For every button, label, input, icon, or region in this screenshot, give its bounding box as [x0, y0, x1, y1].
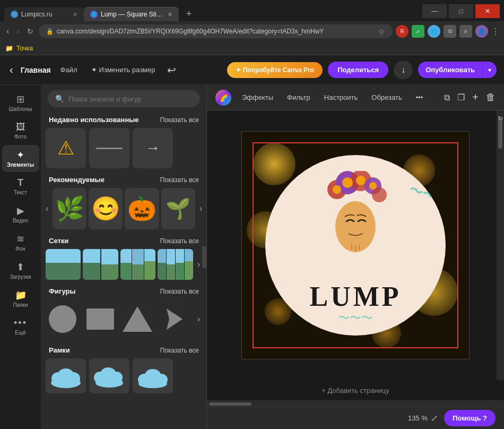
section-title-recent: Недавно использованные	[49, 116, 139, 124]
canvas-filter-btn[interactable]: Фильтр	[284, 91, 314, 104]
shapes-right-arrow[interactable]: ›	[195, 312, 202, 326]
shape-item-triangle[interactable]	[120, 299, 154, 339]
panel-collapse-btn[interactable]: ‹	[202, 246, 207, 268]
tab-close-lumpics[interactable]: ✕	[73, 11, 77, 18]
rec-right-arrow[interactable]: ›	[197, 202, 204, 216]
toolbar-undo-btn[interactable]: ↩	[165, 62, 178, 79]
help-btn[interactable]: Помощь ?	[444, 410, 496, 426]
rec-item-pumpkin[interactable]: 🎃	[125, 188, 159, 229]
pumpkin-icon: 🎃	[127, 195, 157, 222]
folders-label: Папки	[13, 302, 28, 308]
rec-item-plant[interactable]: 🌱	[161, 188, 195, 229]
ext-icon-5[interactable]: ≡	[459, 25, 472, 38]
canvas-scroll-area[interactable]: ↻	[207, 110, 504, 380]
canvas-settings-btn[interactable]: Настроить	[321, 91, 361, 104]
warning-triangle-icon: ⚠	[57, 137, 74, 159]
publish-btn[interactable]: Опубликовать	[418, 62, 483, 78]
sidebar-item-more[interactable]: ••• Ещё	[2, 313, 39, 340]
tab-close-canva[interactable]: ✕	[168, 11, 172, 18]
more-label: Ещё	[15, 330, 25, 336]
recent-item-arrow[interactable]: →	[133, 128, 173, 168]
toolbar-resize-btn[interactable]: ✦ Изменить размер	[87, 64, 160, 76]
sidebar-item-templates[interactable]: ⊞ Шаблоны	[2, 89, 39, 116]
sidebar-item-bg[interactable]: ≋ Фон	[2, 229, 39, 256]
ext-icon-1[interactable]: R	[396, 25, 409, 38]
share-btn[interactable]: Поделиться	[328, 62, 388, 78]
canvas-crop-btn[interactable]: Обрезать	[368, 91, 405, 104]
nav-forward[interactable]: ›	[14, 25, 21, 37]
scrollbar-bottom[interactable]	[207, 400, 504, 407]
grid-item-4[interactable]	[158, 249, 193, 280]
bookmark-label[interactable]: Точка	[16, 45, 33, 52]
menu-icon[interactable]: ⋮	[491, 27, 500, 37]
scrollbar-right[interactable]: ↻	[497, 110, 504, 380]
sidebar-item-video[interactable]: ▶ Видео	[2, 201, 39, 228]
show-all-recent[interactable]: Показать все	[160, 116, 199, 124]
add-page-btn[interactable]: + Добавить страницу	[321, 387, 389, 394]
show-all-shapes[interactable]: Показать все	[160, 288, 199, 295]
toolbar-back-btn[interactable]: ‹	[7, 62, 15, 78]
sticker-canvas[interactable]: 〜〜 LUMP 〜〜〜	[241, 131, 470, 359]
ext-icon-4[interactable]: ⧉	[444, 25, 456, 38]
address-bar[interactable]: 🔒 canva.com/design/DAD7zlmZB5I/YRQIX69Gg…	[39, 24, 393, 38]
sidebar-item-folders[interactable]: 📁 Папки	[2, 285, 39, 312]
bookmark-star[interactable]: ☆	[378, 27, 385, 36]
canvas-duplicate-btn[interactable]: ❐	[457, 92, 465, 102]
svg-point-12	[155, 374, 168, 385]
close-btn[interactable]: ✕	[475, 4, 500, 18]
nav-refresh[interactable]: ↻	[25, 26, 36, 37]
tab-lumpics[interactable]: Lumpics.ru ✕	[4, 7, 84, 21]
rec-item-leaf[interactable]: 🌿	[53, 188, 86, 229]
ext-icon-2[interactable]: ✓	[412, 25, 424, 38]
frame-item-1[interactable]	[46, 358, 86, 393]
shape-item-rectangle[interactable]	[83, 299, 117, 339]
canvas-delete-btn[interactable]: 🗑	[486, 92, 496, 103]
grid-item-2[interactable]	[83, 249, 118, 280]
search-box[interactable]: 🔍	[48, 90, 200, 107]
frame-item-3[interactable]	[133, 358, 173, 393]
show-all-recommended[interactable]: Показать все	[160, 176, 199, 184]
sidebar-item-uploads[interactable]: ⬆ Загрузки	[2, 257, 39, 284]
canvas-effects-btn[interactable]: Эффекты	[239, 91, 276, 104]
show-all-grids[interactable]: Показать все	[160, 237, 199, 245]
shape-item-circle[interactable]	[46, 299, 80, 339]
scrollbar-h-thumb[interactable]	[209, 402, 251, 406]
text-label: Текст	[14, 190, 27, 195]
nav-back[interactable]: ‹	[4, 25, 11, 37]
search-input[interactable]	[68, 95, 193, 103]
try-pro-btn[interactable]: ✦ Попробуйте Canva Pro	[227, 62, 323, 78]
sidebar-item-photos[interactable]: 🖼 Фото	[2, 117, 39, 144]
ext-icon-3[interactable]: 🌐	[428, 25, 440, 38]
zoom-value[interactable]: 135 %	[408, 414, 428, 422]
sidebar-item-elements[interactable]: ✦ Элементы	[2, 145, 39, 172]
canvas-more-btn[interactable]: •••	[413, 91, 427, 104]
download-btn[interactable]: ↓	[394, 61, 413, 79]
refresh-btn[interactable]: ↻	[498, 115, 503, 122]
show-all-frames[interactable]: Показать все	[160, 347, 199, 354]
svg-point-22	[335, 201, 376, 252]
grids-right-arrow[interactable]: ›	[195, 258, 202, 271]
grid-item-3[interactable]	[120, 249, 155, 280]
section-header-recent: Недавно использованные Показать все	[41, 113, 206, 126]
section-title-recommended: Рекомендуемые	[49, 176, 105, 184]
toolbar-file-btn[interactable]: Файл	[56, 64, 82, 76]
new-tab-button[interactable]: +	[181, 6, 197, 21]
expand-icon[interactable]: ⤢	[431, 413, 438, 423]
grid-item-1[interactable]	[46, 249, 81, 280]
recent-item-warning[interactable]: ⚠	[46, 128, 86, 168]
shape-item-chevron[interactable]	[158, 299, 192, 339]
minimize-btn[interactable]: —	[422, 4, 447, 18]
rec-left-arrow[interactable]: ‹	[44, 202, 50, 216]
canvas-add-btn[interactable]: +	[472, 91, 479, 104]
rec-item-face[interactable]: 😊	[89, 188, 123, 229]
sticker-circle: 〜〜 LUMP 〜〜〜	[265, 155, 446, 336]
frame-item-2[interactable]	[89, 358, 129, 393]
canvas-copy-btn[interactable]: ⧉	[444, 93, 450, 102]
profile-icon[interactable]: 👤	[475, 25, 488, 38]
maximize-btn[interactable]: □	[449, 4, 473, 18]
sidebar-item-text[interactable]: T Текст	[2, 173, 39, 200]
toolbar-home-btn[interactable]: Главная	[21, 66, 51, 74]
tab-canva[interactable]: Lump — Square Sticker ✕	[84, 7, 179, 21]
recent-item-line[interactable]	[89, 128, 129, 168]
publish-dropdown-btn[interactable]: ▾	[483, 62, 497, 78]
